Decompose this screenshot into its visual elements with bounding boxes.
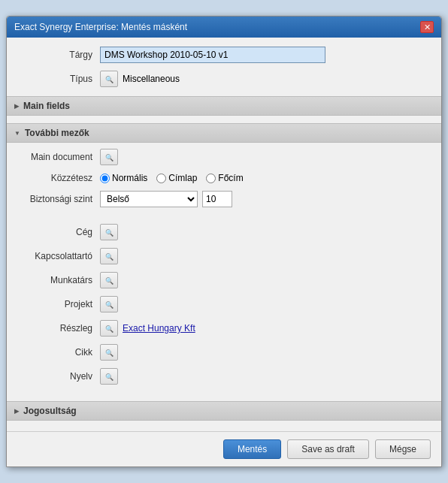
reszleg-value[interactable]: Exact Hungary Kft (123, 323, 195, 334)
radio-focim-input[interactable] (206, 174, 216, 183)
radio-focim-label: Főcím (218, 173, 243, 183)
arrow-down-icon: ▼ (14, 130, 20, 137)
magnifier-icon-cikk (105, 349, 114, 357)
magnifier-icon (105, 75, 114, 83)
save-draft-button[interactable]: Save as draft (287, 439, 369, 459)
main-document-picker-button[interactable] (100, 149, 118, 165)
ceg-picker-button[interactable] (100, 224, 118, 240)
arrow-right-icon-jog: ▶ (14, 408, 19, 415)
projekt-control (100, 296, 431, 312)
main-document-label: Main document (17, 152, 100, 162)
window-title: Exact Synergy Enterprise: Mentés másként (14, 22, 187, 32)
section-tovabbi-label: További mezők (25, 128, 89, 138)
arrow-right-icon: ▶ (14, 103, 19, 110)
nyelv-control (100, 368, 431, 385)
section-tovabbi-mezok[interactable]: ▼ További mezők (7, 123, 441, 143)
main-document-control (100, 149, 431, 165)
munkatars-row: Munkatárs (17, 272, 431, 288)
megse-button[interactable]: Mégse (375, 439, 431, 459)
tipus-value: Miscellaneous (123, 74, 180, 84)
magnifier-icon-nyelv (105, 373, 114, 381)
biztonsagi-label: Biztonsági szint (17, 194, 100, 204)
close-button[interactable]: ✕ (420, 21, 434, 33)
section-jogosultsag-label: Jogosultság (23, 406, 77, 416)
munkatars-picker-button[interactable] (100, 272, 118, 288)
targy-label: Tárgy (17, 50, 100, 60)
targy-control (100, 47, 431, 63)
reszleg-row: Részleg Exact Hungary Kft (17, 320, 431, 337)
section-main-label: Main fields (23, 101, 70, 111)
cikk-picker-button[interactable] (100, 344, 118, 361)
kapcsolattarto-row: Kapcsolattartó (17, 248, 431, 264)
spacer2 (17, 392, 431, 395)
targy-row: Tárgy (17, 47, 431, 63)
radio-cimlap-input[interactable] (156, 174, 166, 183)
kapcsolattarto-picker-button[interactable] (100, 248, 118, 264)
ceg-control (100, 224, 431, 240)
cikk-control (100, 344, 431, 361)
magnifier-icon-munkatars (105, 276, 114, 285)
tipus-row: Típus Miscellaneous (17, 71, 431, 87)
magnifier-icon-main-doc (105, 153, 114, 162)
reszleg-control: Exact Hungary Kft (100, 320, 431, 337)
kozzetesz-control: Normális Címlap Főcím (100, 173, 431, 183)
footer: Mentés Save as draft Mégse (7, 431, 441, 466)
kapcsolattarto-control (100, 248, 431, 264)
projekt-label: Projekt (17, 299, 100, 309)
spacer1 (17, 215, 431, 219)
projekt-picker-button[interactable] (100, 296, 118, 312)
ceg-label: Cég (17, 227, 100, 237)
tipus-control: Miscellaneous (100, 71, 431, 87)
reszleg-picker-button[interactable] (100, 320, 118, 337)
magnifier-icon-ceg (105, 228, 114, 237)
kozzetesz-row: Közzétesz Normális Címlap Főcím (17, 173, 431, 183)
radio-normalis-item[interactable]: Normális (100, 173, 147, 183)
kozzetesz-label: Közzétesz (17, 173, 100, 183)
section-jogosultsag[interactable]: ▶ Jogosultság (7, 401, 441, 421)
ceg-row: Cég (17, 224, 431, 240)
section-main-fields[interactable]: ▶ Main fields (7, 96, 441, 116)
biztonsagi-select[interactable]: Belső Nyilvános Titkos (100, 191, 198, 207)
tipus-label: Típus (17, 74, 100, 84)
kozzetesz-radio-group: Normális Címlap Főcím (100, 173, 244, 183)
tipus-picker-button[interactable] (100, 71, 118, 87)
magnifier-icon-reszleg (105, 325, 114, 333)
mentes-button[interactable]: Mentés (223, 439, 281, 459)
munkatars-control (100, 272, 431, 288)
reszleg-label: Részleg (17, 323, 100, 334)
radio-normalis-input[interactable] (100, 174, 110, 183)
form-content: Tárgy Típus Miscellaneous ▶ Main fields … (7, 38, 441, 431)
biztonsagi-control: Belső Nyilvános Titkos (100, 191, 431, 207)
biztonsagi-row: Biztonsági szint Belső Nyilvános Titkos (17, 191, 431, 207)
nyelv-row: Nyelv (17, 368, 431, 385)
radio-normalis-label: Normális (112, 173, 147, 183)
targy-input[interactable] (100, 47, 325, 63)
main-document-row: Main document (17, 149, 431, 165)
radio-focim-item[interactable]: Főcím (206, 173, 243, 183)
magnifier-icon-projekt (105, 300, 114, 309)
munkatars-label: Munkatárs (17, 275, 100, 285)
biztonsagi-number-input[interactable] (202, 191, 232, 207)
kapcsolattarto-label: Kapcsolattartó (17, 251, 100, 261)
magnifier-icon-kapcsolattarto (105, 252, 114, 261)
title-bar: Exact Synergy Enterprise: Mentés másként… (7, 17, 441, 38)
radio-cimlap-item[interactable]: Címlap (156, 173, 197, 183)
radio-cimlap-label: Címlap (168, 173, 197, 183)
main-window: Exact Synergy Enterprise: Mentés másként… (6, 16, 442, 467)
nyelv-picker-button[interactable] (100, 368, 118, 385)
projekt-row: Projekt (17, 296, 431, 312)
cikk-label: Cikk (17, 347, 100, 358)
nyelv-label: Nyelv (17, 371, 100, 382)
cikk-row: Cikk (17, 344, 431, 361)
